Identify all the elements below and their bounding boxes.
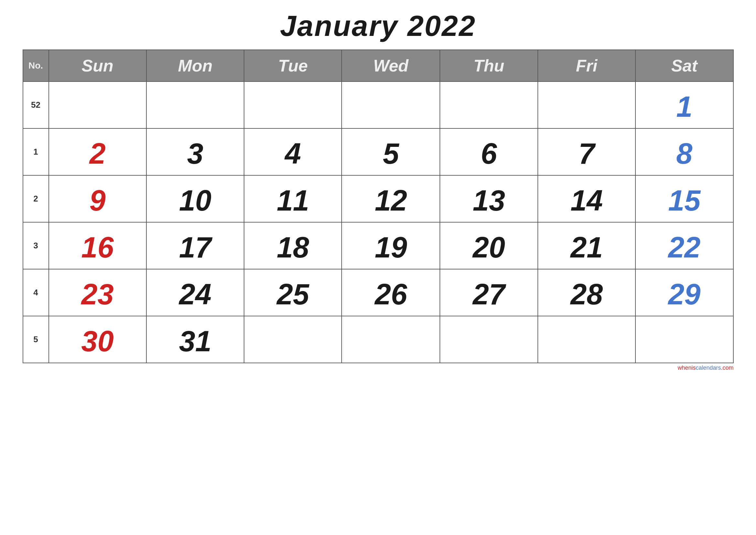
day-number: 24 — [151, 280, 239, 309]
day-cell: 21 — [538, 222, 635, 269]
day-cell: 8 — [635, 128, 733, 175]
day-cell: 9 — [49, 175, 147, 222]
day-number: 28 — [543, 280, 631, 309]
day-number: 17 — [151, 233, 239, 262]
day-number: 13 — [445, 186, 533, 215]
day-number: 16 — [54, 233, 142, 262]
header-fri: Fri — [538, 50, 635, 81]
day-number: 9 — [54, 186, 142, 215]
calendar: No. Sun Mon Tue Wed Thu Fri Sat 52112345… — [23, 49, 734, 371]
header-row: No. Sun Mon Tue Wed Thu Fri Sat — [23, 50, 733, 81]
day-cell: 17 — [147, 222, 244, 269]
day-cell: 23 — [49, 269, 147, 316]
day-number: 4 — [249, 139, 337, 168]
day-cell — [538, 81, 635, 128]
day-number: 8 — [640, 139, 728, 168]
day-cell — [635, 316, 733, 363]
week-number: 52 — [23, 81, 49, 128]
header-sat: Sat — [635, 50, 733, 81]
calendar-body: 5211234567829101112131415316171819202122… — [23, 81, 733, 363]
day-number: 7 — [543, 139, 631, 168]
day-number: 30 — [54, 327, 142, 356]
day-cell — [49, 81, 147, 128]
day-number: 18 — [249, 233, 337, 262]
day-cell — [440, 81, 537, 128]
day-number: 3 — [151, 139, 239, 168]
day-number: 25 — [249, 280, 337, 309]
day-number: 31 — [151, 327, 239, 356]
header-mon: Mon — [147, 50, 244, 81]
header-thu: Thu — [440, 50, 537, 81]
day-cell — [244, 316, 342, 363]
day-number: 29 — [640, 280, 728, 309]
week-number: 2 — [23, 175, 49, 222]
day-cell: 1 — [635, 81, 733, 128]
day-number: 15 — [640, 186, 728, 215]
watermark-link[interactable]: wheniscalendars.com — [677, 365, 733, 371]
day-number: 26 — [346, 280, 435, 309]
day-cell: 7 — [538, 128, 635, 175]
week-number: 5 — [23, 316, 49, 363]
day-number: 1 — [640, 92, 728, 121]
day-number: 27 — [445, 280, 533, 309]
header-wed: Wed — [342, 50, 440, 81]
day-cell: 29 — [635, 269, 733, 316]
day-number: 12 — [346, 186, 435, 215]
calendar-row: 316171819202122 — [23, 222, 733, 269]
day-cell: 28 — [538, 269, 635, 316]
day-cell: 19 — [342, 222, 440, 269]
day-cell: 4 — [244, 128, 342, 175]
day-cell: 18 — [244, 222, 342, 269]
day-number: 23 — [54, 280, 142, 309]
week-number: 1 — [23, 128, 49, 175]
calendar-header: No. Sun Mon Tue Wed Thu Fri Sat — [23, 50, 733, 81]
calendar-row: 521 — [23, 81, 733, 128]
day-cell: 5 — [342, 128, 440, 175]
day-number: 2 — [54, 139, 142, 168]
day-cell: 25 — [244, 269, 342, 316]
day-cell: 31 — [147, 316, 244, 363]
day-cell: 15 — [635, 175, 733, 222]
day-number: 20 — [445, 233, 533, 262]
day-cell: 27 — [440, 269, 537, 316]
week-number: 4 — [23, 269, 49, 316]
day-number: 21 — [543, 233, 631, 262]
day-cell — [342, 316, 440, 363]
day-cell: 2 — [49, 128, 147, 175]
day-cell: 11 — [244, 175, 342, 222]
calendar-row: 423242526272829 — [23, 269, 733, 316]
day-number: 14 — [543, 186, 631, 215]
day-cell: 10 — [147, 175, 244, 222]
day-number: 5 — [346, 139, 435, 168]
day-cell: 6 — [440, 128, 537, 175]
day-cell — [342, 81, 440, 128]
calendar-table: No. Sun Mon Tue Wed Thu Fri Sat 52112345… — [23, 49, 734, 363]
day-number: 6 — [445, 139, 533, 168]
page-title: January 2022 — [280, 10, 476, 49]
day-cell: 16 — [49, 222, 147, 269]
day-cell — [440, 316, 537, 363]
week-number: 3 — [23, 222, 49, 269]
day-number: 11 — [249, 186, 337, 215]
day-number: 10 — [151, 186, 239, 215]
day-cell: 3 — [147, 128, 244, 175]
day-cell: 22 — [635, 222, 733, 269]
header-tue: Tue — [244, 50, 342, 81]
watermark: wheniscalendars.com — [23, 365, 734, 371]
day-cell — [538, 316, 635, 363]
day-cell: 24 — [147, 269, 244, 316]
day-number: 19 — [346, 233, 435, 262]
day-cell — [147, 81, 244, 128]
calendar-row: 12345678 — [23, 128, 733, 175]
day-cell: 12 — [342, 175, 440, 222]
day-number: 22 — [640, 233, 728, 262]
header-sun: Sun — [49, 50, 147, 81]
day-cell: 13 — [440, 175, 537, 222]
day-cell: 26 — [342, 269, 440, 316]
day-cell: 14 — [538, 175, 635, 222]
calendar-row: 53031 — [23, 316, 733, 363]
day-cell: 30 — [49, 316, 147, 363]
calendar-row: 29101112131415 — [23, 175, 733, 222]
day-cell: 20 — [440, 222, 537, 269]
no-header: No. — [23, 50, 49, 81]
